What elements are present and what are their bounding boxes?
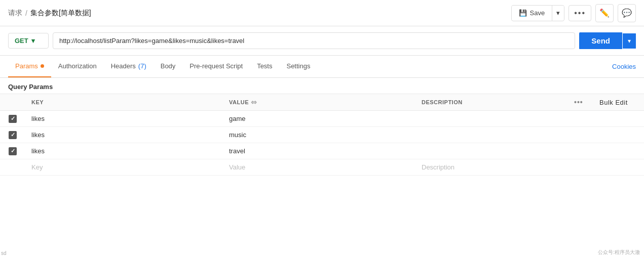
breadcrumb: 请求 / 集合参数[简单数据] [8,9,91,18]
more-icon: ••• [574,9,586,18]
tabs-left: Params Authorization Headers (7) Body Pr… [8,56,317,77]
row-key-cell [25,127,223,143]
row-value-input[interactable] [227,130,411,140]
url-input[interactable] [53,32,575,49]
content-area: Query Params KEY VALUE ⇔ DESCRIPTION [0,78,644,258]
col-header-more: ••• [568,94,593,111]
save-dropdown-button[interactable]: ▾ [552,6,564,20]
comment-icon: 💬 [622,8,632,18]
tab-authorization[interactable]: Authorization [51,56,104,77]
tab-pre-request-label: Pre-request Script [190,62,243,70]
row-key-input[interactable] [29,114,219,123]
row-bulk-cell [593,111,644,127]
tab-settings[interactable]: Settings [279,56,317,77]
row-more-cell [568,143,593,159]
row-more-cell [568,159,593,176]
tab-body[interactable]: Body [154,56,183,77]
row-value-cell [223,143,415,159]
save-button[interactable]: 💾 Save [512,6,552,20]
tab-pre-request[interactable]: Pre-request Script [182,56,250,77]
row-more-cell [568,111,593,127]
tabs-bar: Params Authorization Headers (7) Body Pr… [0,56,644,78]
row-key-input[interactable] [29,130,219,140]
header-actions: 💾 Save ▾ ••• ✏️ 💬 [511,4,636,22]
tab-params[interactable]: Params [8,56,51,77]
row-checkbox-cell [0,127,25,143]
row-bulk-cell [593,143,644,159]
row-desc-input[interactable] [420,146,564,156]
resize-handle-icon[interactable]: ⇔ [249,98,259,106]
cookies-link[interactable]: Cookies [612,63,636,70]
row-checkbox-cell [0,143,25,159]
edit-button[interactable]: ✏️ [595,4,614,22]
row-key-cell [25,159,223,176]
row-value-cell [223,159,415,176]
table-row [0,111,644,127]
col-header-value: VALUE ⇔ [223,94,415,111]
tab-body-label: Body [161,62,176,70]
query-params-label: Query Params [0,78,644,94]
edit-icon: ✏️ [599,8,610,18]
watermark: 公众号:程序员大澈 [598,249,640,256]
row-desc-cell [415,111,568,127]
row-checkbox[interactable] [9,131,17,139]
page-title: 集合参数[简单数据] [30,9,91,18]
save-button-group: 💾 Save ▾ [511,5,565,21]
save-label: Save [530,9,545,17]
method-select[interactable]: GET ▾ [8,33,49,49]
url-bar: GET ▾ Send ▾ [0,26,644,56]
row-more-cell [568,127,593,143]
row-checkbox[interactable] [9,147,17,155]
row-desc-input[interactable] [420,114,564,123]
col-header-description: DESCRIPTION [415,94,568,111]
method-chevron-icon: ▾ [31,37,35,45]
table-row [0,143,644,159]
send-dropdown-button[interactable]: ▾ [623,33,636,49]
row-checkbox-cell [0,159,25,176]
row-value-cell [223,127,415,143]
row-desc-input[interactable] [420,130,564,140]
method-label: GET [15,37,28,45]
row-key-cell [25,143,223,159]
row-value-input[interactable] [227,162,411,172]
col-header-check [0,94,25,111]
sd-label: sd [1,250,7,256]
tab-headers[interactable]: Headers (7) [104,56,154,77]
row-key-input[interactable] [29,162,219,172]
send-button-group: Send ▾ [579,32,636,50]
row-value-input[interactable] [227,114,411,123]
col-header-key: KEY [25,94,223,111]
row-desc-cell [415,127,568,143]
params-table: KEY VALUE ⇔ DESCRIPTION ••• Bulk Edit [0,94,644,176]
row-desc-input[interactable] [420,162,564,172]
tab-headers-label: Headers [111,62,136,70]
breadcrumb-prefix: 请求 [8,9,22,18]
row-desc-cell [415,143,568,159]
row-bulk-cell [593,159,644,176]
col-header-bulk: Bulk Edit [593,94,644,111]
table-row [0,159,644,176]
row-key-cell [25,111,223,127]
tab-authorization-label: Authorization [58,62,97,70]
row-checkbox-cell [0,111,25,127]
comment-button[interactable]: 💬 [618,4,636,22]
tab-tests-label: Tests [257,62,272,70]
bulk-edit-button[interactable]: Bulk Edit [599,99,628,106]
row-key-input[interactable] [29,146,219,156]
header-bar: 请求 / 集合参数[简单数据] 💾 Save ▾ ••• ✏️ 💬 [0,0,644,26]
row-value-cell [223,111,415,127]
row-checkbox[interactable] [9,115,17,123]
tab-settings-label: Settings [286,62,310,70]
send-button[interactable]: Send [579,32,622,49]
params-active-dot [41,64,44,68]
breadcrumb-separator: / [25,9,27,17]
row-desc-cell [415,159,568,176]
tab-tests[interactable]: Tests [250,56,279,77]
column-more-icon[interactable]: ••• [574,98,583,106]
tab-headers-count: (7) [138,62,146,70]
more-options-button[interactable]: ••• [569,5,591,21]
row-value-input[interactable] [227,146,411,156]
tab-params-label: Params [15,62,38,70]
save-icon: 💾 [519,9,527,17]
table-row [0,127,644,143]
